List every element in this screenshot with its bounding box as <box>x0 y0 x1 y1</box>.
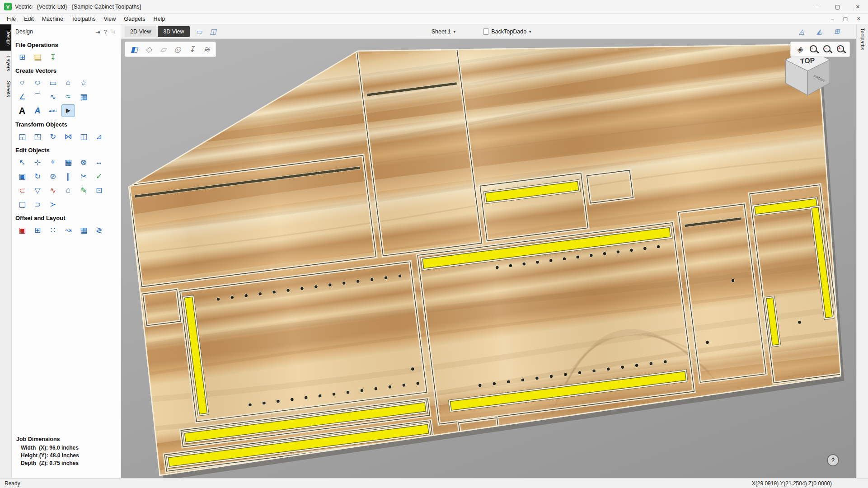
scissors-icon[interactable]: ✂ <box>77 170 90 183</box>
node-edit-icon[interactable]: ⊹ <box>31 156 44 169</box>
import-vectors-icon[interactable]: ↧ <box>46 51 60 63</box>
fit-curve-icon[interactable]: ∿ <box>46 184 60 197</box>
sidebar-tab-design[interactable]: Design <box>0 24 11 51</box>
menu-edit[interactable]: Edit <box>20 16 38 22</box>
hatch-preview-icon[interactable]: ≋ <box>201 43 212 55</box>
menu-file[interactable]: File <box>3 16 20 22</box>
toolpath-preview-scene[interactable]: TOPFRONT <box>121 39 856 478</box>
vector-texture-icon[interactable]: ≈ <box>61 90 75 103</box>
selected-tool-icon[interactable]: ► <box>61 104 75 117</box>
doc-close-button[interactable]: ✕ <box>857 16 861 22</box>
move-objects-icon[interactable]: ◱ <box>15 130 29 143</box>
draw-curve-icon[interactable]: ∿ <box>46 90 60 103</box>
menu-toolpaths[interactable]: Toolpaths <box>67 16 100 22</box>
zoom-window-icon[interactable]: ▫ <box>808 44 819 55</box>
help-button[interactable]: ? <box>827 454 839 466</box>
flat-plane-icon[interactable]: ▱ <box>157 43 169 55</box>
torus-view-icon[interactable]: ◎ <box>172 43 183 55</box>
align-objects-icon[interactable]: ◫ <box>77 130 90 143</box>
tab-3d-view[interactable]: 3D View <box>158 26 189 37</box>
snap-guides-icon[interactable]: ◭ <box>813 26 825 37</box>
snap-grid-icon[interactable]: ⊞ <box>831 26 843 37</box>
contour-tool-icon[interactable]: ⌂ <box>61 184 75 197</box>
duplicate-icon[interactable]: ▣ <box>15 170 29 183</box>
draw-ellipse-icon[interactable]: ○ <box>31 76 44 89</box>
toolpaths-tab[interactable]: Toolpaths <box>860 28 865 50</box>
menu-help[interactable]: Help <box>150 16 169 22</box>
chevron-down-icon: ▾ <box>454 29 456 34</box>
circular-copy-icon[interactable]: ∷ <box>46 224 60 236</box>
slice-vectors-icon[interactable]: ⊘ <box>46 170 60 183</box>
title-bar: V Vectric - {Vectric Ltd} - [Sample Cabi… <box>0 0 868 14</box>
toolpath-selector[interactable]: BackTopDado ▾ <box>483 28 531 35</box>
shaded-plane-icon[interactable]: ◇ <box>143 43 155 55</box>
fillet-tool-icon[interactable]: ⊂ <box>15 184 29 197</box>
offset-selection-icon[interactable]: ⊡ <box>92 184 106 197</box>
extend-curve-icon[interactable]: ≻ <box>46 198 60 211</box>
rotate-objects-icon[interactable]: ↻ <box>46 130 60 143</box>
draw-rectangle-icon[interactable]: ▭ <box>46 76 60 89</box>
menu-view[interactable]: View <box>99 16 120 22</box>
close-button[interactable]: ✕ <box>848 0 868 13</box>
text-on-curve-icon[interactable]: ABC <box>46 104 60 117</box>
nesting-icon[interactable]: ▦ <box>77 224 90 236</box>
toggle-2d3d-icon[interactable]: ◧ <box>128 43 140 55</box>
zoom-in-icon[interactable]: + <box>835 44 846 55</box>
offset-vectors-icon[interactable]: ▣ <box>15 224 29 236</box>
snap-geometry-icon[interactable]: ◬ <box>796 26 807 37</box>
icon-row: ▢⊃≻ <box>15 198 117 211</box>
section-file-operations: File Operations⊞▤↧ <box>15 42 117 63</box>
copy-along-curve-icon[interactable]: ↝ <box>61 224 75 236</box>
menu-machine[interactable]: Machine <box>38 16 67 22</box>
array-copy-icon[interactable]: ⊞ <box>31 224 44 236</box>
draw-text-icon[interactable]: A <box>15 104 29 117</box>
rounded-rect-icon[interactable]: ▢ <box>15 198 29 211</box>
help-icon[interactable]: ? <box>102 29 109 35</box>
viewport-3d[interactable]: TOPFRONT ◧◇▱◎↧≋ ◈▫−+ ? <box>121 39 856 478</box>
doc-minimize-button[interactable]: – <box>831 16 834 22</box>
join-curves-icon[interactable]: ⊃ <box>31 198 44 211</box>
sidebar-tab-layers[interactable]: Layers <box>0 51 11 76</box>
sheet-selector[interactable]: Sheet 1 ▾ <box>432 28 456 35</box>
toolpath-selector-label: BackTopDado <box>491 28 526 35</box>
maximize-button[interactable]: ▢ <box>827 0 848 13</box>
material-icon[interactable]: ◈ <box>794 43 806 55</box>
draw-circle-icon[interactable]: ○ <box>15 76 29 89</box>
split-pane-icon[interactable]: ◫ <box>207 26 219 37</box>
mirror-objects-icon[interactable]: ⋈ <box>61 130 75 143</box>
collapse-panel-icon[interactable]: ⇥ <box>94 29 102 35</box>
tab-2d-view[interactable]: 2D View <box>125 26 156 37</box>
section-title: Offset and Layout <box>15 215 117 221</box>
validate-vectors-icon[interactable]: ✓ <box>92 170 106 183</box>
pin-icon[interactable]: ⊤ <box>110 28 116 36</box>
distort-objects-icon[interactable]: ⊿ <box>92 130 106 143</box>
stretch-xy-icon[interactable]: ↔ <box>92 156 106 169</box>
draw-polygon-icon[interactable]: ⌂ <box>61 76 75 89</box>
weld-vectors-icon[interactable]: ⊗ <box>77 156 90 169</box>
parallel-tool-icon[interactable]: ∥ <box>61 170 75 183</box>
draw-star-icon[interactable]: ☆ <box>77 76 90 89</box>
job-setup-icon[interactable]: ⊞ <box>15 51 29 63</box>
text-block-icon[interactable]: A <box>31 104 44 117</box>
section-title: Edit Objects <box>15 147 117 154</box>
grid-select-icon[interactable]: ▦ <box>61 156 75 169</box>
view-cube-top-label[interactable]: TOP <box>800 56 815 65</box>
minimize-button[interactable]: – <box>807 0 827 13</box>
triangle-tool-icon[interactable]: ▽ <box>31 184 44 197</box>
smooth-brush-icon[interactable]: ✎ <box>77 184 90 197</box>
doc-restore-button[interactable]: ▢ <box>843 16 847 22</box>
zigzag-layout-icon[interactable]: ≷ <box>92 224 106 236</box>
single-pane-icon[interactable]: ▭ <box>193 26 205 37</box>
select-tool-icon[interactable]: ↖ <box>15 156 29 169</box>
draw-polyline-icon[interactable]: ∠ <box>15 90 29 103</box>
draw-arc-icon[interactable]: ⌒ <box>31 90 44 103</box>
position-point-icon[interactable]: ⌖ <box>46 156 60 169</box>
menu-gadgets[interactable]: Gadgets <box>120 16 149 22</box>
zoom-out-icon[interactable]: − <box>822 44 833 55</box>
drape-toolpath-icon[interactable]: ↧ <box>186 43 198 55</box>
trim-vectors-icon[interactable]: ▦ <box>77 90 90 103</box>
sidebar-tab-sheets[interactable]: Sheets <box>0 76 11 102</box>
set-size-icon[interactable]: ◳ <box>31 130 44 143</box>
rotate-copy-icon[interactable]: ↻ <box>31 170 44 183</box>
open-file-icon[interactable]: ▤ <box>31 51 44 63</box>
